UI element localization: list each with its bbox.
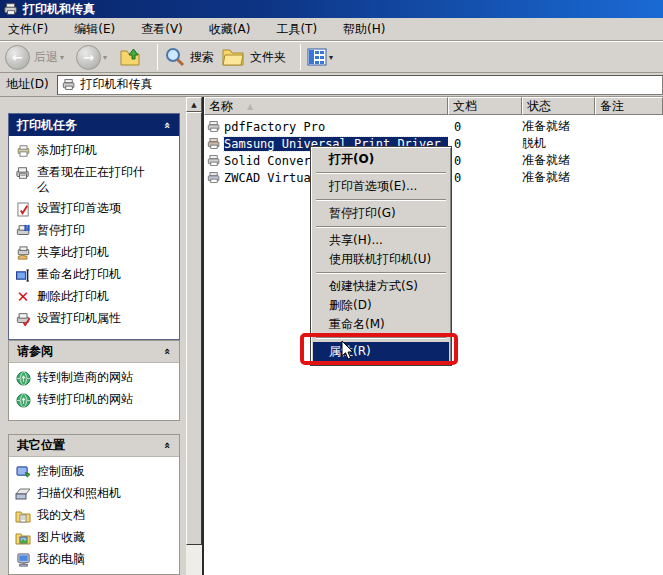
menu-edit[interactable]: 编辑(E) <box>74 21 115 38</box>
menu-tools[interactable]: 工具(T) <box>276 21 317 38</box>
share-printer-icon <box>15 245 31 261</box>
window-title: 打印机和传真 <box>23 1 95 18</box>
folders-label: 文件夹 <box>250 49 286 66</box>
printer-tasks-box: 打印机任务 « 添加打印机 查看现在正在打印什么 设置打印首选项 <box>8 113 180 340</box>
task-label: 我的电脑 <box>37 552 85 567</box>
task-rename-printer[interactable]: 重命名此打印机 <box>15 267 175 283</box>
task-view-printing[interactable]: 查看现在正在打印什么 <box>15 165 175 195</box>
task-label: 扫描仪和照相机 <box>37 486 121 501</box>
link-my-documents[interactable]: 我的文档 <box>15 508 175 524</box>
globe-icon <box>15 392 31 408</box>
printer-status: 准备就绪 <box>522 118 595 135</box>
column-header-name[interactable]: 名称 ▲ <box>204 97 448 115</box>
context-menu-delete[interactable]: 删除(D) <box>313 296 449 315</box>
context-menu-use-printer-online[interactable]: 使用联机打印机(U) <box>313 250 449 269</box>
task-printer-properties[interactable]: 设置打印机属性 <box>15 311 175 327</box>
context-menu-properties[interactable]: 属性(R) <box>313 342 449 362</box>
column-label: 备注 <box>600 98 624 115</box>
link-scanners-cameras[interactable]: 扫描仪和照相机 <box>15 486 175 502</box>
column-header-comment[interactable]: 备注 <box>595 97 663 115</box>
other-places-header[interactable]: 其它位置 « <box>9 435 179 457</box>
menu-favorites[interactable]: 收藏(A) <box>209 21 251 38</box>
menu-separator <box>316 226 446 228</box>
task-label: 设置打印机属性 <box>37 311 121 326</box>
printer-status: 准备就绪 <box>522 169 595 186</box>
printer-icon <box>206 170 221 186</box>
printer-name: pdfFactory Pro <box>224 120 325 134</box>
printer-name: ZWCAD Virtual <box>224 171 318 185</box>
task-label: 共享此打印机 <box>37 245 109 260</box>
task-pane-scrollbar[interactable]: ▲ <box>186 97 202 575</box>
forward-button[interactable]: → ▾ <box>76 45 111 70</box>
printer-status: 脱机 <box>522 135 595 152</box>
column-header-documents[interactable]: 文档 <box>448 97 522 115</box>
search-button[interactable]: 搜索 <box>164 46 214 68</box>
back-dropdown-icon[interactable]: ▾ <box>60 53 64 62</box>
context-menu-pause-printing[interactable]: 暂停打印(G) <box>313 204 449 223</box>
column-header-status[interactable]: 状态 <box>522 97 595 115</box>
scrollbar-thumb[interactable] <box>186 112 202 545</box>
folders-button[interactable]: 文件夹 <box>222 47 286 67</box>
task-label: 图片收藏 <box>37 530 85 545</box>
task-delete-printer[interactable]: ✕ 删除此打印机 <box>15 289 175 305</box>
forward-dropdown-icon[interactable]: ▾ <box>103 53 107 62</box>
printer-tasks-header[interactable]: 打印机任务 « <box>9 114 179 136</box>
link-control-panel[interactable]: 控制面板 <box>15 464 175 480</box>
printer-row-pdffactory[interactable]: pdfFactory Pro 0 准备就绪 <box>204 118 663 135</box>
toolbar-separator <box>157 44 158 70</box>
context-menu-open[interactable]: 打开(O) <box>313 150 449 169</box>
task-label: 转到打印机的网站 <box>37 392 133 407</box>
address-input[interactable]: 打印机和传真 <box>57 75 663 95</box>
search-icon <box>164 46 186 68</box>
context-menu: 打开(O) 打印首选项(E)... 暂停打印(G) 共享(H)... 使用联机打… <box>310 146 452 366</box>
forward-arrow-icon: → <box>76 45 101 70</box>
link-manufacturer-website[interactable]: 转到制造商的网站 <box>15 370 175 386</box>
task-label: 暂停打印 <box>37 223 85 238</box>
task-label: 我的文档 <box>37 508 85 523</box>
context-menu-printing-preferences[interactable]: 打印首选项(E)... <box>313 177 449 196</box>
address-label: 地址(D) <box>6 76 49 93</box>
link-my-computer[interactable]: 我的电脑 <box>15 552 175 568</box>
other-places-title: 其它位置 <box>17 437 65 454</box>
back-arrow-icon: ← <box>5 45 30 70</box>
printer-status: 准备就绪 <box>522 152 595 169</box>
up-button[interactable] <box>119 46 143 68</box>
printer-tasks-title: 打印机任务 <box>17 117 77 134</box>
collapse-chevron-icon[interactable]: « <box>161 442 174 449</box>
task-share-printer[interactable]: 共享此打印机 <box>15 245 175 261</box>
control-panel-icon <box>15 464 31 480</box>
task-label: 控制面板 <box>37 464 85 479</box>
toolbar: ← 后退 ▾ → ▾ 搜索 文件夹 ▾ <box>0 41 663 73</box>
views-icon <box>307 48 327 66</box>
menu-separator <box>316 172 446 174</box>
menu-separator <box>316 199 446 201</box>
back-label: 后退 <box>34 49 58 66</box>
column-label: 名称 <box>209 98 233 115</box>
context-menu-sharing[interactable]: 共享(H)... <box>313 231 449 250</box>
column-label: 文档 <box>453 98 477 115</box>
views-button[interactable]: ▾ <box>307 48 337 66</box>
scroll-up-icon[interactable]: ▲ <box>186 97 202 112</box>
collapse-chevron-icon[interactable]: « <box>161 121 174 128</box>
context-menu-rename[interactable]: 重命名(M) <box>313 315 449 334</box>
menu-separator <box>316 337 446 339</box>
see-also-header[interactable]: 请参阅 « <box>9 341 179 363</box>
views-dropdown-icon[interactable]: ▾ <box>329 53 333 62</box>
menu-file[interactable]: 文件(F) <box>8 21 48 38</box>
documents-count: 0 <box>448 120 522 134</box>
task-pause-printing[interactable]: 暂停打印 <box>15 223 175 239</box>
context-menu-create-shortcut[interactable]: 创建快捷方式(S) <box>313 277 449 296</box>
address-bar: 地址(D) 打印机和传真 <box>0 73 663 97</box>
printer-icon <box>206 153 221 169</box>
task-printing-preferences[interactable]: 设置打印首选项 <box>15 201 175 217</box>
back-button[interactable]: ← 后退 ▾ <box>5 45 68 70</box>
column-label: 状态 <box>527 98 551 115</box>
view-printing-icon <box>15 165 31 181</box>
delete-printer-icon: ✕ <box>15 289 31 305</box>
task-add-printer[interactable]: 添加打印机 <box>15 143 175 159</box>
menu-help[interactable]: 帮助(H) <box>343 21 385 38</box>
link-my-pictures[interactable]: 图片收藏 <box>15 530 175 546</box>
link-printer-website[interactable]: 转到打印机的网站 <box>15 392 175 408</box>
collapse-chevron-icon[interactable]: « <box>161 348 174 355</box>
menu-view[interactable]: 查看(V) <box>141 21 183 38</box>
